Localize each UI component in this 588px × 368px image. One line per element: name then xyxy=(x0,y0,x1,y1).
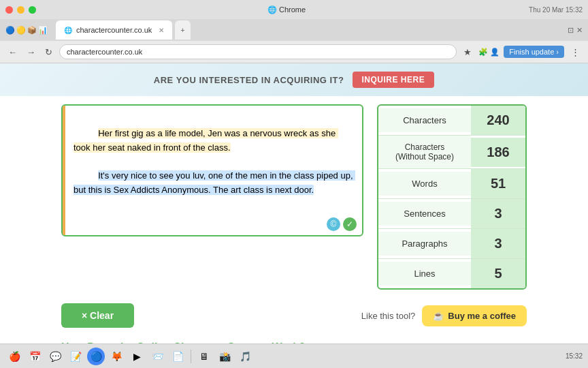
window-title: 🌐 Chrome xyxy=(44,5,529,14)
active-tab[interactable]: 🌐 charactercounter.co.uk ✕ xyxy=(56,20,172,40)
stat-sentences-label: Sentences xyxy=(378,202,471,226)
stat-words-value: 51 xyxy=(471,169,525,198)
new-tab[interactable]: + xyxy=(175,20,190,40)
address-bar[interactable]: charactercounter.co.uk xyxy=(59,44,457,59)
like-text: Like this tool? xyxy=(361,311,416,321)
title-bar: 🌐 Chrome Thu 20 Mar 15:32 xyxy=(0,0,588,19)
banner: ARE YOU INTERESTED IN ACQUIRING IT? INQU… xyxy=(0,63,588,96)
taskbar-notes[interactable]: 📝 xyxy=(67,348,84,365)
page-content: ARE YOU INTERESTED IN ACQUIRING IT? INQU… xyxy=(0,63,588,363)
close-window-icon[interactable]: ✕ xyxy=(576,26,583,35)
stat-characters-value: 240 xyxy=(471,106,525,135)
taskbar-messages[interactable]: 💬 xyxy=(46,348,64,365)
tab-close-icon[interactable]: ✕ xyxy=(159,27,164,34)
nav-bar: ← → ↻ charactercounter.co.uk ★ 🧩 👤 Finis… xyxy=(0,41,588,63)
taskbar-media[interactable]: ▶ xyxy=(128,348,146,365)
taskbar-time: 15:32 xyxy=(566,352,583,360)
main-area: Her first gig as a life model, Jen was a… xyxy=(0,96,588,298)
stat-characters: Characters 240 xyxy=(378,106,525,136)
restore-icon[interactable]: ⊡ xyxy=(568,26,574,35)
inquire-button[interactable]: INQUIRE HERE xyxy=(353,72,435,88)
stat-sentences-value: 3 xyxy=(471,199,525,228)
taskbar-photos[interactable]: 📸 xyxy=(216,348,233,365)
coffee-icon: ☕ xyxy=(433,311,444,321)
taskbar-chrome[interactable]: 🔵 xyxy=(87,348,105,365)
profile-icon[interactable]: 👤 xyxy=(490,48,500,57)
reload-button[interactable]: ↻ xyxy=(42,46,55,59)
taskbar-sep xyxy=(191,350,191,363)
url-text: charactercounter.co.uk xyxy=(67,48,142,56)
taskbar: 🍎 📅 💬 📝 🔵 🦊 ▶ 📨 📄 🖥 📸 🎵 15:32 xyxy=(0,343,588,368)
close-button[interactable] xyxy=(5,6,13,14)
stat-sentences: Sentences 3 xyxy=(378,199,525,229)
stat-words-label: Words xyxy=(378,172,471,196)
bookmark-icon[interactable]: ★ xyxy=(461,46,474,59)
traffic-lights xyxy=(5,6,36,14)
copy-icon[interactable]: © xyxy=(327,217,340,231)
maximize-button[interactable] xyxy=(29,6,36,14)
taskbar-docs[interactable]: 📄 xyxy=(169,348,186,365)
stat-paragraphs-value: 3 xyxy=(471,229,525,258)
taskbar-mail[interactable]: 📨 xyxy=(148,348,166,365)
menu-icon[interactable]: ⋮ xyxy=(568,46,583,59)
textarea-icons: © ✓ xyxy=(327,217,357,231)
stat-characters-nospace-label: Characters(Without Space) xyxy=(378,136,471,168)
banner-text: ARE YOU INTERESTED IN ACQUIRING IT? xyxy=(154,75,344,85)
taskbar-music[interactable]: 🎵 xyxy=(236,348,254,365)
tab-favicon: 🌐 xyxy=(64,27,72,34)
browser-chrome: 🌐 Chrome Thu 20 Mar 15:32 🔵 🟡 📦 📊 🌐 char… xyxy=(0,0,588,63)
extensions-icon[interactable]: 🧩 xyxy=(478,48,488,57)
coffee-button[interactable]: ☕ Buy me a coffee xyxy=(422,305,527,326)
tab-bar: 🔵 🟡 📦 📊 🌐 charactercounter.co.uk ✕ + ⊡ ✕ xyxy=(0,19,588,41)
bottom-bar: × Clear Like this tool? ☕ Buy me a coffe… xyxy=(0,298,588,333)
stat-lines-label: Lines xyxy=(378,262,471,286)
stat-characters-label: Characters xyxy=(378,108,471,132)
taskbar-firefox[interactable]: 🦊 xyxy=(108,348,125,365)
clear-button[interactable]: × Clear xyxy=(61,303,134,328)
clock: Thu 20 Mar 15:32 xyxy=(529,6,583,14)
stat-paragraphs-label: Paragraphs xyxy=(378,232,471,256)
check-icon[interactable]: ✓ xyxy=(343,217,357,231)
taskbar-screen[interactable]: 🖥 xyxy=(195,348,213,365)
forward-button[interactable]: → xyxy=(24,46,38,59)
minimize-button[interactable] xyxy=(17,6,24,14)
stat-characters-nospace-value: 186 xyxy=(471,138,525,167)
tab-label: charactercounter.co.uk xyxy=(76,26,152,34)
stat-lines: Lines 5 xyxy=(378,259,525,288)
stat-paragraphs: Paragraphs 3 xyxy=(378,229,525,259)
stat-characters-nospace: Characters(Without Space) 186 xyxy=(378,136,525,169)
like-section: Like this tool? ☕ Buy me a coffee xyxy=(361,305,527,326)
back-button[interactable]: ← xyxy=(5,46,20,59)
stat-words: Words 51 xyxy=(378,169,525,199)
stat-lines-value: 5 xyxy=(471,259,525,288)
stats-panel: Characters 240 Characters(Without Space)… xyxy=(377,104,527,290)
coffee-label: Buy me a coffee xyxy=(448,311,516,321)
taskbar-calendar[interactable]: 📅 xyxy=(26,348,44,365)
taskbar-apple[interactable]: 🍎 xyxy=(5,348,23,365)
text-area-container: Her first gig as a life model, Jen was a… xyxy=(61,104,363,236)
finish-update-button[interactable]: Finish update › xyxy=(504,46,564,58)
